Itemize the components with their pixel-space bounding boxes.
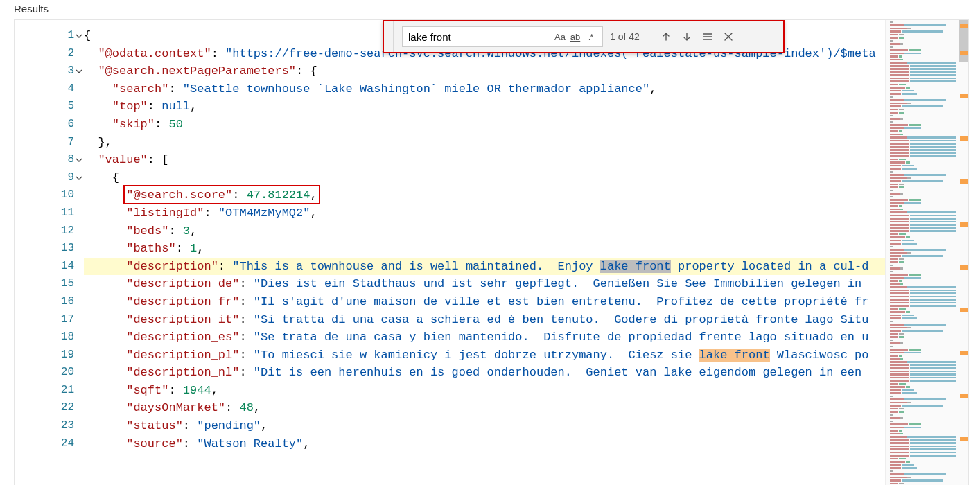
minimap-match-marker [960,222,968,227]
line-number: 14 [15,258,74,276]
minimap-match-marker [960,394,968,398]
line-number: 3 [15,62,74,80]
match-case-toggle[interactable]: Aa [552,29,568,44]
line-number: 9 [15,169,74,187]
find-input[interactable] [407,30,552,44]
find-input-wrap: Aa ab .* [402,26,603,47]
find-prev-button[interactable] [658,29,674,44]
line-number: 17 [15,311,74,329]
code-line[interactable]: "value": [ [84,151,885,169]
code-line[interactable]: "description": "This is a townhouse and … [84,258,885,276]
code-line[interactable]: "skip": 50 [84,116,885,134]
line-number: 24 [15,435,74,453]
line-number: 1 [15,27,74,45]
minimap-match-marker [960,51,968,55]
minimap-match-marker [960,179,968,184]
line-number: 6 [15,116,74,134]
fold-chevron-icon[interactable] [74,169,84,187]
fold-chevron-icon[interactable] [74,151,84,169]
minimap-match-marker [960,265,968,270]
find-resize-sash[interactable] [390,21,394,52]
minimap-match-marker [960,94,968,98]
code-line[interactable]: "description_pl": "To miesci sie w kamie… [84,346,885,364]
line-number: 7 [15,134,74,152]
editor-frame: 123456789101112131415161718192021222324 … [14,19,969,485]
line-number: 12 [15,222,74,240]
code-line[interactable]: "top": null, [84,98,885,116]
code-line[interactable]: "description_de": "Dies ist ein Stadthau… [84,275,885,293]
line-number: 10 [15,186,74,204]
code-line[interactable]: "sqft": 1944, [84,382,885,400]
use-regex-toggle[interactable]: .* [583,29,598,44]
line-number: 18 [15,328,74,346]
search-match-current: lake front [600,260,671,273]
results-title: Results [14,3,49,15]
code-line[interactable]: "description_es": "Se trata de una casa … [84,328,885,346]
match-whole-word-toggle[interactable]: ab [568,29,583,44]
code-line[interactable]: "status": "pending", [84,417,885,435]
find-match-counter: 1 of 42 [610,31,651,42]
find-close-button[interactable] [721,29,736,44]
line-number-gutter: 123456789101112131415161718192021222324 [15,20,84,485]
code-line[interactable]: "source": "Watson Realty", [84,435,885,453]
minimap[interactable] [885,20,968,485]
line-number: 20 [15,364,74,382]
code-line[interactable]: "description_fr": "Il s'agit d'une maiso… [84,293,885,311]
fold-chevron-icon[interactable] [74,62,84,80]
line-number: 23 [15,417,74,435]
code-line[interactable]: "baths": 1, [84,240,885,258]
code-line[interactable]: "description_it": "Si tratta di una casa… [84,311,885,329]
line-number: 2 [15,45,74,63]
code-line[interactable]: }, [84,134,885,152]
line-number: 8 [15,151,74,169]
code-line[interactable]: { [84,169,885,187]
code-line[interactable]: "@search.score": 47.812214, [84,186,885,204]
search-match: lake front [699,349,770,362]
minimap-match-marker [960,437,968,441]
line-number: 19 [15,346,74,364]
code-line[interactable]: "search": "Seattle townhouse `Lake Washi… [84,80,885,98]
code-line[interactable]: "description_nl": "Dit is een herenhuis … [84,364,885,382]
minimap-match-marker [960,24,968,28]
fold-chevron-icon[interactable] [74,27,84,45]
line-number: 15 [15,275,74,293]
line-number: 22 [15,399,74,417]
find-in-selection-button[interactable] [700,29,715,44]
minimap-match-marker [960,136,968,141]
line-number: 21 [15,382,74,400]
line-number: 5 [15,98,74,116]
find-widget: Aa ab .* 1 of 42 [383,20,785,53]
code-line[interactable]: "@search.nextPageParameters": { [84,62,885,80]
find-next-button[interactable] [679,29,694,44]
line-number: 16 [15,293,74,311]
line-number: 11 [15,204,74,222]
code-line[interactable]: "listingId": "OTM4MzMyMQ2", [84,204,885,222]
code-line[interactable]: "beds": 3, [84,222,885,240]
results-header: Results [0,0,980,19]
minimap-match-marker [960,351,968,355]
code-line[interactable]: "daysOnMarket": 48, [84,399,885,417]
minimap-match-marker [960,308,968,312]
code-area[interactable]: { "@odata.context": "https://free-demo-s… [84,20,885,485]
line-number: 4 [15,80,74,98]
line-number: 13 [15,240,74,258]
